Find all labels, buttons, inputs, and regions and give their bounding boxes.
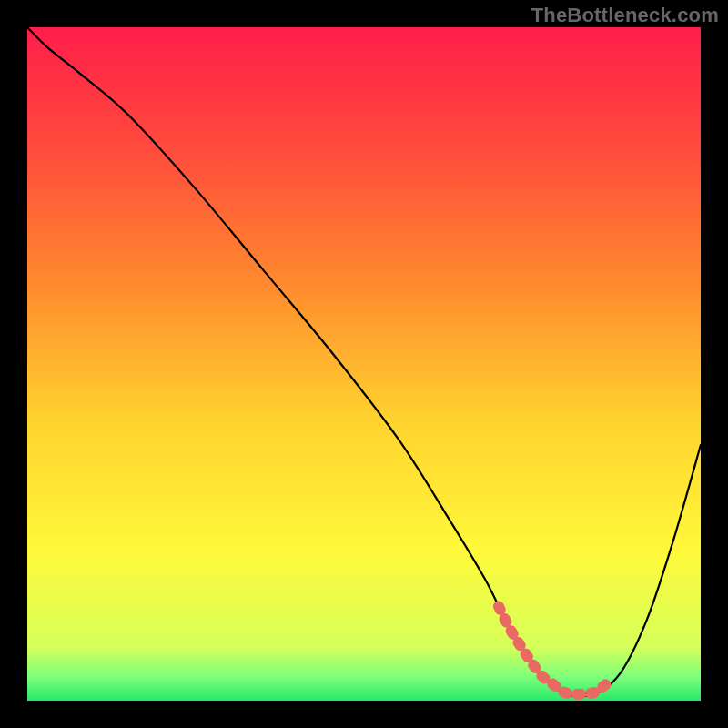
plot-area [27, 27, 701, 701]
chart-frame: TheBottleneck.com [0, 0, 728, 728]
gradient-background [27, 27, 701, 701]
chart-svg [27, 27, 701, 701]
watermark-text: TheBottleneck.com [531, 4, 719, 27]
